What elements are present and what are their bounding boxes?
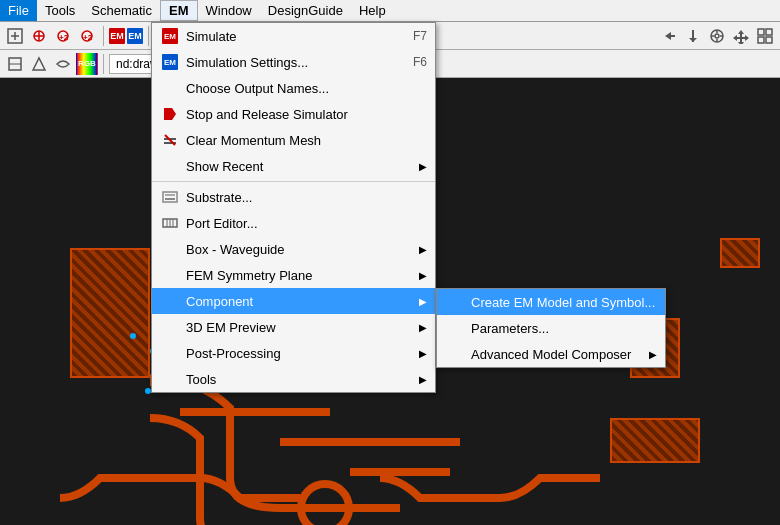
fem-symmetry-arrow: ▶ bbox=[419, 270, 427, 281]
component-label: Component bbox=[186, 294, 415, 309]
menu-schematic[interactable]: Schematic bbox=[83, 0, 160, 21]
toolbar-separator-2 bbox=[148, 26, 149, 46]
svg-point-13 bbox=[715, 34, 719, 38]
svg-marker-18 bbox=[733, 30, 749, 44]
3d-preview-arrow: ▶ bbox=[419, 322, 427, 333]
svg-rect-27 bbox=[164, 108, 172, 120]
post-processing-label: Post-Processing bbox=[186, 346, 415, 361]
svg-point-26 bbox=[301, 484, 349, 525]
menu-em[interactable]: EM bbox=[160, 0, 198, 21]
show-recent-arrow: ▶ bbox=[419, 161, 427, 172]
toolbar-btn-4[interactable]: +2 bbox=[76, 25, 98, 47]
menu-item-stop-release[interactable]: Stop and Release Simulator bbox=[152, 101, 435, 127]
simulate-icon: EM bbox=[160, 26, 180, 46]
advanced-model-arrow: ▶ bbox=[649, 349, 657, 360]
menu-item-fem-symmetry[interactable]: FEM Symmetry Plane ▶ bbox=[152, 262, 435, 288]
toolbar-separator-1 bbox=[103, 26, 104, 46]
menu-item-box-waveguide[interactable]: Box - Waveguide ▶ bbox=[152, 236, 435, 262]
stop-release-icon bbox=[160, 104, 180, 124]
tools-icon bbox=[160, 369, 180, 389]
svg-text:+2: +2 bbox=[83, 33, 93, 42]
menu-item-sim-settings[interactable]: EM Simulation Settings... F6 bbox=[152, 49, 435, 75]
svg-text:+2: +2 bbox=[59, 33, 69, 42]
post-processing-icon bbox=[160, 343, 180, 363]
port-editor-icon bbox=[160, 213, 180, 233]
toolbar2-btn2[interactable] bbox=[28, 53, 50, 75]
menu-file[interactable]: File bbox=[0, 0, 37, 21]
menu-window[interactable]: Window bbox=[198, 0, 260, 21]
parameters-label: Parameters... bbox=[471, 321, 657, 336]
create-em-label: Create EM Model and Symbol... bbox=[471, 295, 657, 310]
parameters-icon bbox=[445, 318, 465, 338]
box-waveguide-arrow: ▶ bbox=[419, 244, 427, 255]
toolbar2-btn4[interactable]: RGB bbox=[76, 53, 98, 75]
toolbar2-btn3[interactable] bbox=[52, 53, 74, 75]
clear-mesh-label: Clear Momentum Mesh bbox=[186, 133, 427, 148]
circuit-block-1 bbox=[70, 248, 150, 378]
menu-item-port-editor[interactable]: Port Editor... bbox=[152, 210, 435, 236]
toolbar2-btn1[interactable] bbox=[4, 53, 26, 75]
component-arrow: ▶ bbox=[419, 296, 427, 307]
submenu-item-create-em[interactable]: Create EM Model and Symbol... bbox=[437, 289, 665, 315]
advanced-model-icon bbox=[445, 344, 465, 364]
port-editor-label: Port Editor... bbox=[186, 216, 427, 231]
toolbar-btn-3[interactable]: +2 bbox=[52, 25, 74, 47]
svg-rect-21 bbox=[758, 37, 764, 43]
menu-help[interactable]: Help bbox=[351, 0, 394, 21]
clear-mesh-icon bbox=[160, 130, 180, 150]
sim-settings-label: Simulation Settings... bbox=[186, 55, 413, 70]
svg-marker-11 bbox=[689, 38, 697, 42]
menu-designguide[interactable]: DesignGuide bbox=[260, 0, 351, 21]
show-recent-label: Show Recent bbox=[186, 159, 415, 174]
toolbar-target[interactable] bbox=[706, 25, 728, 47]
toolbar-arrow-down[interactable] bbox=[682, 25, 704, 47]
menu-item-simulate[interactable]: EM Simulate F7 bbox=[152, 23, 435, 49]
simulate-shortcut: F7 bbox=[413, 29, 427, 43]
menu-item-3d-preview[interactable]: 3D EM Preview ▶ bbox=[152, 314, 435, 340]
toolbar-btn-2[interactable] bbox=[28, 25, 50, 47]
svg-rect-20 bbox=[766, 29, 772, 35]
simulate-label: Simulate bbox=[186, 29, 413, 44]
menu-item-clear-mesh[interactable]: Clear Momentum Mesh bbox=[152, 127, 435, 153]
toolbar2-separator bbox=[103, 54, 104, 74]
component-icon bbox=[160, 291, 180, 311]
svg-rect-19 bbox=[758, 29, 764, 35]
menu-item-choose-output[interactable]: Choose Output Names... bbox=[152, 75, 435, 101]
menu-item-show-recent[interactable]: Show Recent ▶ bbox=[152, 153, 435, 179]
menu-item-post-processing[interactable]: Post-Processing ▶ bbox=[152, 340, 435, 366]
choose-output-label: Choose Output Names... bbox=[186, 81, 427, 96]
toolbar-btn-1[interactable] bbox=[4, 25, 26, 47]
post-processing-arrow: ▶ bbox=[419, 348, 427, 359]
submenu-item-advanced-model[interactable]: Advanced Model Composer ▶ bbox=[437, 341, 665, 367]
svg-rect-32 bbox=[163, 192, 177, 202]
sim-settings-icon: EM bbox=[160, 52, 180, 72]
menu-sep-1 bbox=[152, 181, 435, 182]
toolbar-grid[interactable] bbox=[754, 25, 776, 47]
stop-release-label: Stop and Release Simulator bbox=[186, 107, 427, 122]
tools-label: Tools bbox=[186, 372, 415, 387]
circuit-block-4 bbox=[720, 238, 760, 268]
toolbar-arrow-right[interactable] bbox=[658, 25, 680, 47]
box-waveguide-icon bbox=[160, 239, 180, 259]
choose-output-icon bbox=[160, 78, 180, 98]
tools-arrow: ▶ bbox=[419, 374, 427, 385]
substrate-label: Substrate... bbox=[186, 190, 427, 205]
menu-item-component[interactable]: Component ▶ bbox=[152, 288, 435, 314]
submenu-item-parameters[interactable]: Parameters... bbox=[437, 315, 665, 341]
menu-item-tools[interactable]: Tools ▶ bbox=[152, 366, 435, 392]
svg-rect-34 bbox=[165, 198, 175, 200]
fem-symmetry-icon bbox=[160, 265, 180, 285]
box-waveguide-label: Box - Waveguide bbox=[186, 242, 415, 257]
em-blue-icon: EM bbox=[127, 28, 143, 44]
menu-tools[interactable]: Tools bbox=[37, 0, 83, 21]
sim-settings-shortcut: F6 bbox=[413, 55, 427, 69]
toolbar-move[interactable] bbox=[730, 25, 752, 47]
em-red-icon: EM bbox=[109, 28, 125, 44]
menu-item-substrate[interactable]: Substrate... bbox=[152, 184, 435, 210]
fem-symmetry-label: FEM Symmetry Plane bbox=[186, 268, 415, 283]
blue-dot-1 bbox=[130, 333, 136, 339]
svg-rect-33 bbox=[165, 194, 175, 196]
circular-element-svg bbox=[295, 478, 355, 525]
3d-preview-label: 3D EM Preview bbox=[186, 320, 415, 335]
bottom-traces-svg bbox=[0, 458, 780, 525]
